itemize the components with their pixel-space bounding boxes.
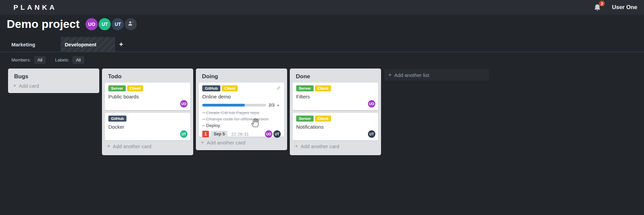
project-members: UO UT UT: [86, 18, 137, 30]
tab-development[interactable]: Development: [61, 37, 115, 52]
add-card-button[interactable]: + Add another card: [107, 143, 190, 149]
labels-filter-value[interactable]: All: [72, 56, 84, 64]
add-list-button[interactable]: + Add another list: [384, 69, 489, 81]
plus-icon: +: [295, 143, 298, 149]
card-label: Client: [315, 85, 331, 91]
avatar: UT: [180, 130, 187, 138]
progress-count: 2/3: [269, 103, 274, 108]
list-bugs: Bugs + Add card: [8, 69, 99, 93]
notification-count-badge: 2: [599, 1, 605, 6]
avatar[interactable]: UT: [99, 18, 111, 30]
add-board-button[interactable]: +: [115, 37, 127, 52]
avatar[interactable]: UO: [86, 18, 98, 30]
chevron-down-icon[interactable]: ▾: [277, 103, 279, 107]
topbar-right: 2 User One: [594, 3, 637, 12]
hand-cursor: [251, 117, 260, 129]
list-todo: Todo Server Client Public boards UO GitH…: [102, 69, 193, 155]
card-public-boards[interactable]: Server Client Public boards UO: [105, 83, 190, 110]
card-name: Filters: [296, 94, 375, 99]
board-tabs: Marketing Development +: [0, 37, 644, 52]
card-label: Server: [296, 85, 314, 91]
add-list-label: Add another list: [394, 72, 429, 78]
card-label: Client: [315, 116, 331, 122]
card-notifications[interactable]: Server Client Notifications UT: [293, 113, 378, 140]
add-card-label: Add another card: [113, 143, 151, 149]
filter-bar: Members: All Labels: All: [11, 56, 90, 64]
label-row: Server Client: [296, 85, 375, 91]
card-name: Docker: [108, 124, 187, 130]
add-card-button[interactable]: + Add another card: [295, 143, 378, 149]
list-title[interactable]: Todo: [108, 73, 190, 80]
due-date-badge: Sep 5: [211, 131, 227, 137]
avatar[interactable]: UT: [112, 18, 124, 30]
edit-card-icon[interactable]: ✎: [276, 85, 281, 91]
avatar: UO: [368, 100, 375, 108]
add-card-button[interactable]: + Add another card: [201, 139, 284, 145]
task-item: Change code for offline version: [202, 116, 281, 122]
avatar: UT: [273, 130, 281, 138]
card-name: Public boards: [108, 94, 187, 99]
progress-fill: [202, 104, 245, 106]
notifications-button[interactable]: 2: [594, 3, 602, 12]
add-card-label: Add another card: [207, 140, 245, 145]
card-footer: 1 Sep 5 22:26:31 UO UT: [202, 130, 281, 138]
list-doing: Doing GitHub Client ✎ Online demo 2/3 ▾ …: [196, 69, 287, 150]
card-name: Notifications: [296, 124, 375, 130]
add-user-icon: [128, 21, 134, 28]
task-item: Deploy: [202, 122, 281, 129]
members-filter-value[interactable]: All: [34, 56, 46, 64]
label-row: GitHub Client: [202, 85, 281, 91]
progress-bar: [202, 104, 266, 106]
label-row: Server Client: [296, 116, 375, 122]
label-row: Server Client: [108, 85, 187, 91]
card-docker[interactable]: GitHub Docker UT: [105, 113, 190, 140]
add-card-label: Add another card: [301, 143, 339, 149]
members-filter-label[interactable]: Members:: [11, 57, 31, 62]
project-title[interactable]: Demo project: [7, 17, 79, 31]
user-menu[interactable]: User One: [612, 4, 637, 11]
avatar: UO: [265, 130, 272, 138]
card-label: Server: [296, 116, 314, 122]
labels-filter-label[interactable]: Labels:: [55, 57, 69, 62]
card-name: Online demo: [202, 94, 281, 99]
top-bar: PLANKA 2 User One: [0, 0, 644, 15]
avatar: UO: [180, 100, 187, 108]
tab-marketing[interactable]: Marketing: [7, 37, 61, 52]
card-label: Server: [108, 85, 126, 91]
list-title[interactable]: Done: [296, 73, 378, 80]
card-label: Client: [127, 85, 143, 91]
card-label: GitHub: [108, 116, 126, 122]
list-done: Done Server Client Filters UO Server Cli…: [290, 69, 381, 155]
list-title[interactable]: Bugs: [14, 73, 96, 80]
card-label: Client: [222, 85, 238, 91]
card-label: GitHub: [202, 85, 220, 91]
avatar: UT: [368, 130, 375, 138]
add-card-label: Add card: [19, 83, 39, 89]
card-online-demo[interactable]: GitHub Client ✎ Online demo 2/3 ▾ Create…: [199, 83, 284, 137]
timer-badge: 22:26:31: [231, 132, 249, 137]
planka-logo[interactable]: PLANKA: [13, 3, 57, 11]
label-row: GitHub: [108, 116, 187, 122]
card-notification-badge: 1: [202, 131, 209, 137]
add-card-button[interactable]: + Add card: [13, 83, 96, 89]
plus-icon: +: [388, 72, 391, 78]
add-member-button[interactable]: [125, 18, 137, 30]
card-members: UO UT: [265, 130, 281, 138]
project-header: Demo project UO UT UT: [7, 17, 137, 31]
task-item: Create GitHub Pages repo: [202, 110, 281, 116]
list-title[interactable]: Doing: [202, 73, 284, 80]
task-list: Create GitHub Pages repo Change code for…: [202, 110, 281, 129]
task-progress: 2/3 ▾: [202, 103, 281, 108]
plus-icon: +: [201, 139, 204, 145]
plus-icon: +: [107, 143, 110, 149]
plus-icon: +: [13, 83, 16, 89]
card-filters[interactable]: Server Client Filters UO: [293, 83, 378, 110]
